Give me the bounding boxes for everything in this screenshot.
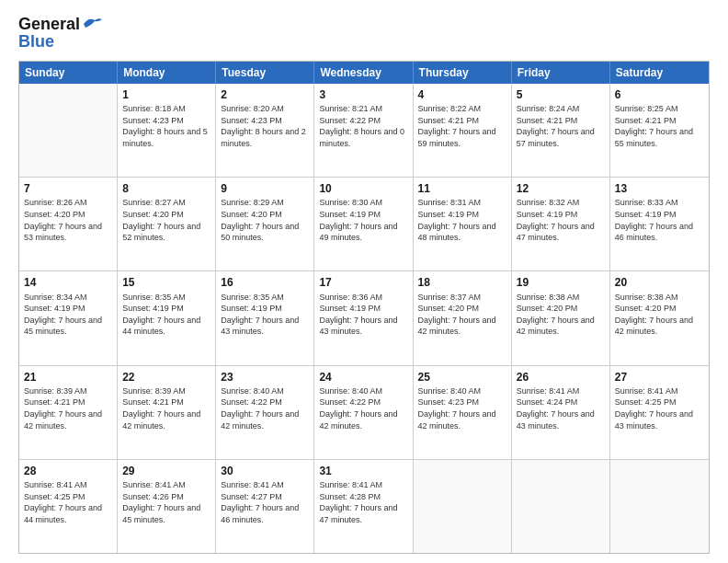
cell-info: Sunrise: 8:25 AM Sunset: 4:21 PM Dayligh…	[615, 103, 704, 149]
table-row: 26Sunrise: 8:41 AM Sunset: 4:24 PM Dayli…	[512, 366, 610, 459]
cell-info: Sunrise: 8:30 AM Sunset: 4:19 PM Dayligh…	[319, 197, 407, 243]
logo-general: General	[18, 15, 80, 34]
day-number: 18	[418, 275, 506, 290]
logo-blue-text: Blue	[18, 32, 54, 52]
table-row: 29Sunrise: 8:41 AM Sunset: 4:26 PM Dayli…	[118, 460, 216, 553]
cell-info: Sunrise: 8:36 AM Sunset: 4:19 PM Dayligh…	[319, 292, 407, 338]
header: General Blue	[18, 15, 710, 52]
calendar-week-2: 7Sunrise: 8:26 AM Sunset: 4:20 PM Daylig…	[19, 178, 709, 271]
table-row: 17Sunrise: 8:36 AM Sunset: 4:19 PM Dayli…	[314, 271, 413, 364]
logo-bird-icon	[82, 17, 102, 31]
calendar-body: 1Sunrise: 8:18 AM Sunset: 4:23 PM Daylig…	[19, 84, 709, 553]
cell-info: Sunrise: 8:27 AM Sunset: 4:20 PM Dayligh…	[122, 197, 210, 243]
dow-thursday: Thursday	[414, 62, 512, 84]
day-number: 3	[319, 87, 407, 102]
day-number: 17	[319, 275, 407, 290]
day-number: 12	[517, 181, 605, 196]
table-row: 9Sunrise: 8:29 AM Sunset: 4:20 PM Daylig…	[216, 178, 314, 270]
cell-info: Sunrise: 8:41 AM Sunset: 4:26 PM Dayligh…	[122, 479, 210, 525]
dow-tuesday: Tuesday	[216, 62, 314, 84]
cell-info: Sunrise: 8:38 AM Sunset: 4:20 PM Dayligh…	[615, 292, 704, 338]
day-number: 7	[24, 181, 112, 196]
day-number: 4	[418, 87, 506, 102]
cell-info: Sunrise: 8:41 AM Sunset: 4:25 PM Dayligh…	[24, 479, 112, 525]
cell-info: Sunrise: 8:41 AM Sunset: 4:27 PM Dayligh…	[221, 479, 309, 525]
cell-info: Sunrise: 8:38 AM Sunset: 4:20 PM Dayligh…	[517, 292, 605, 338]
table-row	[610, 460, 709, 553]
table-row: 14Sunrise: 8:34 AM Sunset: 4:19 PM Dayli…	[19, 271, 118, 364]
table-row: 1Sunrise: 8:18 AM Sunset: 4:23 PM Daylig…	[118, 84, 216, 177]
table-row: 21Sunrise: 8:39 AM Sunset: 4:21 PM Dayli…	[19, 366, 118, 459]
page: General Blue Sunday Monday Tuesday Wedne…	[0, 0, 728, 563]
table-row	[19, 84, 118, 177]
calendar-week-4: 21Sunrise: 8:39 AM Sunset: 4:21 PM Dayli…	[19, 366, 709, 460]
logo: General Blue	[18, 15, 102, 52]
day-number: 21	[24, 370, 112, 385]
day-number: 2	[221, 87, 309, 102]
calendar-week-3: 14Sunrise: 8:34 AM Sunset: 4:19 PM Dayli…	[19, 271, 709, 365]
day-number: 29	[122, 464, 210, 478]
table-row: 2Sunrise: 8:20 AM Sunset: 4:23 PM Daylig…	[216, 84, 314, 177]
table-row: 27Sunrise: 8:41 AM Sunset: 4:25 PM Dayli…	[610, 366, 709, 459]
calendar-week-1: 1Sunrise: 8:18 AM Sunset: 4:23 PM Daylig…	[19, 84, 709, 178]
table-row: 5Sunrise: 8:24 AM Sunset: 4:21 PM Daylig…	[512, 84, 610, 177]
cell-info: Sunrise: 8:26 AM Sunset: 4:20 PM Dayligh…	[24, 197, 112, 243]
cell-info: Sunrise: 8:39 AM Sunset: 4:21 PM Dayligh…	[122, 385, 210, 431]
cell-info: Sunrise: 8:29 AM Sunset: 4:20 PM Dayligh…	[221, 197, 309, 243]
day-number: 24	[319, 370, 407, 385]
table-row: 20Sunrise: 8:38 AM Sunset: 4:20 PM Dayli…	[610, 271, 709, 364]
table-row: 12Sunrise: 8:32 AM Sunset: 4:19 PM Dayli…	[512, 178, 610, 270]
calendar-week-5: 28Sunrise: 8:41 AM Sunset: 4:25 PM Dayli…	[19, 460, 709, 553]
dow-saturday: Saturday	[610, 62, 709, 84]
day-number: 5	[517, 87, 605, 102]
table-row	[512, 460, 610, 553]
cell-info: Sunrise: 8:41 AM Sunset: 4:24 PM Dayligh…	[517, 385, 605, 431]
cell-info: Sunrise: 8:35 AM Sunset: 4:19 PM Dayligh…	[122, 292, 210, 338]
day-number: 22	[122, 370, 210, 385]
day-number: 26	[517, 370, 605, 385]
cell-info: Sunrise: 8:40 AM Sunset: 4:22 PM Dayligh…	[319, 385, 407, 431]
table-row: 31Sunrise: 8:41 AM Sunset: 4:28 PM Dayli…	[314, 460, 413, 553]
cell-info: Sunrise: 8:33 AM Sunset: 4:19 PM Dayligh…	[615, 197, 704, 243]
day-number: 13	[615, 181, 704, 196]
table-row: 7Sunrise: 8:26 AM Sunset: 4:20 PM Daylig…	[19, 178, 118, 270]
day-number: 28	[24, 464, 112, 478]
day-number: 11	[418, 181, 506, 196]
dow-wednesday: Wednesday	[314, 62, 413, 84]
day-number: 8	[122, 181, 210, 196]
cell-info: Sunrise: 8:32 AM Sunset: 4:19 PM Dayligh…	[517, 197, 605, 243]
table-row: 16Sunrise: 8:35 AM Sunset: 4:19 PM Dayli…	[216, 271, 314, 364]
table-row: 18Sunrise: 8:37 AM Sunset: 4:20 PM Dayli…	[414, 271, 512, 364]
cell-info: Sunrise: 8:40 AM Sunset: 4:22 PM Dayligh…	[221, 385, 309, 431]
cell-info: Sunrise: 8:39 AM Sunset: 4:21 PM Dayligh…	[24, 385, 112, 431]
table-row: 3Sunrise: 8:21 AM Sunset: 4:22 PM Daylig…	[314, 84, 413, 177]
table-row: 4Sunrise: 8:22 AM Sunset: 4:21 PM Daylig…	[414, 84, 512, 177]
day-number: 14	[24, 275, 112, 290]
day-number: 6	[615, 87, 704, 102]
day-number: 20	[615, 275, 704, 290]
table-row: 19Sunrise: 8:38 AM Sunset: 4:20 PM Dayli…	[512, 271, 610, 364]
day-number: 27	[615, 370, 704, 385]
day-number: 30	[221, 464, 309, 478]
table-row: 30Sunrise: 8:41 AM Sunset: 4:27 PM Dayli…	[216, 460, 314, 553]
cell-info: Sunrise: 8:20 AM Sunset: 4:23 PM Dayligh…	[221, 103, 309, 149]
day-number: 15	[122, 275, 210, 290]
table-row: 28Sunrise: 8:41 AM Sunset: 4:25 PM Dayli…	[19, 460, 118, 553]
table-row: 25Sunrise: 8:40 AM Sunset: 4:23 PM Dayli…	[414, 366, 512, 459]
day-number: 25	[418, 370, 506, 385]
table-row: 23Sunrise: 8:40 AM Sunset: 4:22 PM Dayli…	[216, 366, 314, 459]
dow-monday: Monday	[118, 62, 216, 84]
cell-info: Sunrise: 8:37 AM Sunset: 4:20 PM Dayligh…	[418, 292, 506, 338]
day-number: 19	[517, 275, 605, 290]
cell-info: Sunrise: 8:40 AM Sunset: 4:23 PM Dayligh…	[418, 385, 506, 431]
table-row	[414, 460, 512, 553]
cell-info: Sunrise: 8:21 AM Sunset: 4:22 PM Dayligh…	[319, 103, 407, 149]
calendar: Sunday Monday Tuesday Wednesday Thursday…	[18, 61, 710, 554]
table-row: 13Sunrise: 8:33 AM Sunset: 4:19 PM Dayli…	[610, 178, 709, 270]
day-number: 23	[221, 370, 309, 385]
cell-info: Sunrise: 8:35 AM Sunset: 4:19 PM Dayligh…	[221, 292, 309, 338]
table-row: 11Sunrise: 8:31 AM Sunset: 4:19 PM Dayli…	[414, 178, 512, 270]
day-number: 31	[319, 464, 407, 478]
table-row: 8Sunrise: 8:27 AM Sunset: 4:20 PM Daylig…	[118, 178, 216, 270]
cell-info: Sunrise: 8:41 AM Sunset: 4:25 PM Dayligh…	[615, 385, 704, 431]
